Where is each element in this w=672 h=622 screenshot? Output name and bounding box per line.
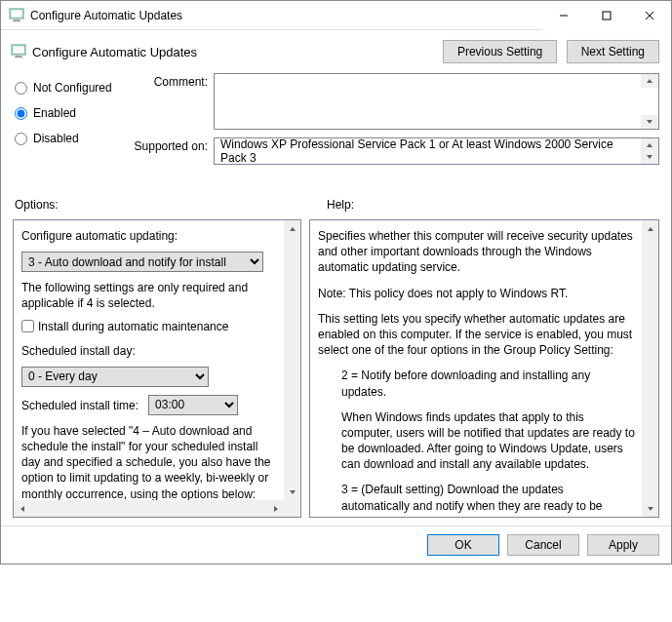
supported-label: Supported on: [130,137,214,165]
radio-not-configured[interactable]: Not Configured [15,81,130,95]
ok-button[interactable]: OK [427,534,499,556]
help-text: Note: This policy does not apply to Wind… [318,286,635,301]
titlebar: Configure Automatic Updates [1,1,671,30]
options-section-label: Options: [15,198,327,212]
help-section-label: Help: [327,198,354,212]
help-text: Specifies whether this computer will rec… [318,228,635,276]
scroll-down-icon[interactable] [641,150,658,164]
help-text: This setting lets you specify whether au… [318,311,635,359]
window-title: Configure Automatic Updates [30,9,542,22]
svg-marker-13 [647,120,652,124]
scheduled-day-label: Scheduled install day: [21,343,277,359]
comment-textarea[interactable] [214,73,659,130]
help-text: 2 = Notify before downloading and instal… [318,368,635,399]
policy-icon [11,44,26,59]
svg-rect-11 [15,57,22,58]
supported-on-value: Windows XP Professional Service Pack 1 o… [220,137,637,165]
svg-rect-3 [13,20,20,21]
svg-marker-12 [647,79,652,83]
close-button[interactable] [628,1,671,30]
radio-disabled[interactable]: Disabled [15,132,130,145]
help-pane: Specifies whether this computer will rec… [309,219,659,518]
scroll-down-icon[interactable] [641,115,658,129]
dialog-window: Configure Automatic Updates Configure Au… [0,0,672,564]
svg-marker-20 [648,227,653,231]
cancel-button[interactable]: Cancel [507,534,579,556]
apply-button[interactable]: Apply [587,534,659,556]
app-icon [9,8,24,23]
help-text: 3 = (Default setting) Download the updat… [318,482,635,518]
minimize-button[interactable] [542,1,585,30]
scheduled-time-label: Scheduled install time: [21,398,138,411]
supported-on-box: Windows XP Professional Service Pack 1 o… [214,137,659,165]
svg-rect-5 [603,12,611,19]
options-horizontal-scrollbar[interactable] [14,500,284,517]
scheduled-day-select[interactable]: 0 - Every day [21,367,209,387]
svg-rect-10 [16,55,21,57]
policy-title: Configure Automatic Updates [32,45,197,59]
next-setting-button[interactable]: Next Setting [567,40,659,63]
options-footer-text: If you have selected "4 – Auto download … [21,423,277,502]
svg-marker-16 [290,227,296,231]
scheduled-time-select[interactable]: 03:00 [148,395,238,415]
configure-updating-select[interactable]: 3 - Auto download and notify for install [21,252,263,272]
help-text: When Windows finds updates that apply to… [318,409,635,473]
comment-label: Comment: [130,73,214,130]
dialog-buttons: OK Cancel Apply [1,525,671,564]
options-required-note: The following settings are only required… [21,280,277,311]
options-pane: Configure automatic updating: 3 - Auto d… [13,219,301,518]
svg-marker-14 [647,143,652,147]
options-vertical-scrollbar[interactable] [284,220,300,500]
radio-enabled[interactable]: Enabled [15,106,130,120]
svg-rect-1 [12,11,21,17]
maximize-button[interactable] [585,1,628,30]
scroll-up-icon[interactable] [641,74,658,88]
svg-marker-17 [290,490,296,494]
previous-setting-button[interactable]: Previous Setting [443,40,557,63]
svg-marker-18 [20,506,24,512]
svg-rect-2 [14,19,20,20]
svg-marker-21 [648,507,653,511]
help-vertical-scrollbar[interactable] [642,220,658,517]
svg-rect-9 [14,47,23,53]
install-during-maintenance-checkbox[interactable]: Install during automatic maintenance [21,320,277,333]
svg-marker-19 [274,506,278,512]
configure-updating-label: Configure automatic updating: [21,228,277,244]
svg-marker-15 [647,155,652,159]
